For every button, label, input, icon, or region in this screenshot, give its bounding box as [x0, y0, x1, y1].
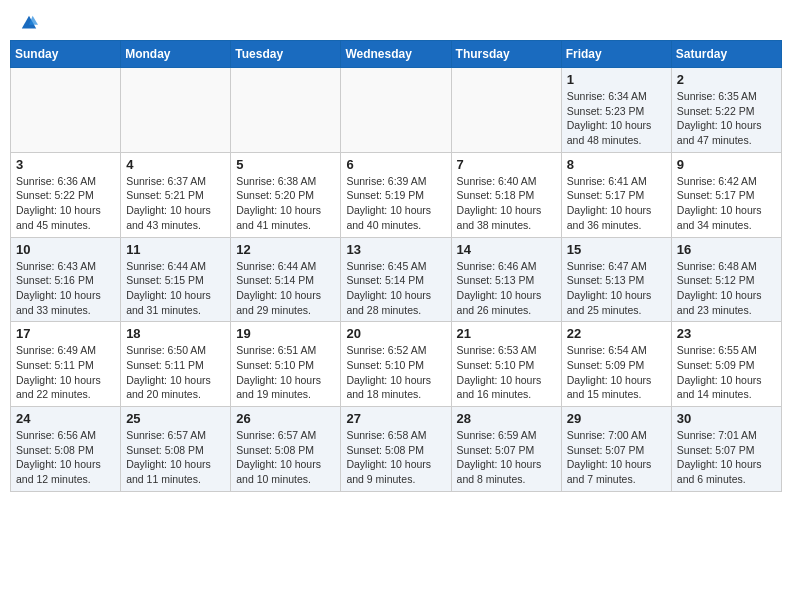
day-info: Sunrise: 6:46 AMSunset: 5:13 PMDaylight:…: [457, 259, 556, 318]
calendar-day-cell: 28Sunrise: 6:59 AMSunset: 5:07 PMDayligh…: [451, 407, 561, 492]
calendar-week-row: 3Sunrise: 6:36 AMSunset: 5:22 PMDaylight…: [11, 152, 782, 237]
day-info: Sunrise: 6:39 AMSunset: 5:19 PMDaylight:…: [346, 174, 445, 233]
day-number: 9: [677, 157, 776, 172]
day-info: Sunrise: 6:57 AMSunset: 5:08 PMDaylight:…: [126, 428, 225, 487]
day-info: Sunrise: 6:37 AMSunset: 5:21 PMDaylight:…: [126, 174, 225, 233]
day-info: Sunrise: 6:38 AMSunset: 5:20 PMDaylight:…: [236, 174, 335, 233]
calendar-week-row: 1Sunrise: 6:34 AMSunset: 5:23 PMDaylight…: [11, 68, 782, 153]
day-of-week-header: Saturday: [671, 41, 781, 68]
day-info: Sunrise: 6:35 AMSunset: 5:22 PMDaylight:…: [677, 89, 776, 148]
day-number: 25: [126, 411, 225, 426]
day-info: Sunrise: 6:43 AMSunset: 5:16 PMDaylight:…: [16, 259, 115, 318]
calendar-day-cell: 18Sunrise: 6:50 AMSunset: 5:11 PMDayligh…: [121, 322, 231, 407]
page-header: [10, 10, 782, 32]
day-number: 1: [567, 72, 666, 87]
day-number: 22: [567, 326, 666, 341]
day-info: Sunrise: 6:52 AMSunset: 5:10 PMDaylight:…: [346, 343, 445, 402]
calendar-day-cell: 19Sunrise: 6:51 AMSunset: 5:10 PMDayligh…: [231, 322, 341, 407]
day-number: 23: [677, 326, 776, 341]
day-info: Sunrise: 6:54 AMSunset: 5:09 PMDaylight:…: [567, 343, 666, 402]
day-of-week-header: Tuesday: [231, 41, 341, 68]
calendar-day-cell: 17Sunrise: 6:49 AMSunset: 5:11 PMDayligh…: [11, 322, 121, 407]
day-info: Sunrise: 6:40 AMSunset: 5:18 PMDaylight:…: [457, 174, 556, 233]
day-number: 2: [677, 72, 776, 87]
calendar-day-cell: 13Sunrise: 6:45 AMSunset: 5:14 PMDayligh…: [341, 237, 451, 322]
calendar-day-cell: 7Sunrise: 6:40 AMSunset: 5:18 PMDaylight…: [451, 152, 561, 237]
calendar-day-cell: 20Sunrise: 6:52 AMSunset: 5:10 PMDayligh…: [341, 322, 451, 407]
calendar-day-cell: 1Sunrise: 6:34 AMSunset: 5:23 PMDaylight…: [561, 68, 671, 153]
day-number: 11: [126, 242, 225, 257]
day-info: Sunrise: 6:47 AMSunset: 5:13 PMDaylight:…: [567, 259, 666, 318]
day-info: Sunrise: 7:00 AMSunset: 5:07 PMDaylight:…: [567, 428, 666, 487]
calendar-header-row: SundayMondayTuesdayWednesdayThursdayFrid…: [11, 41, 782, 68]
day-info: Sunrise: 6:45 AMSunset: 5:14 PMDaylight:…: [346, 259, 445, 318]
day-info: Sunrise: 7:01 AMSunset: 5:07 PMDaylight:…: [677, 428, 776, 487]
day-number: 21: [457, 326, 556, 341]
day-number: 10: [16, 242, 115, 257]
logo: [18, 14, 38, 28]
calendar-day-cell: 16Sunrise: 6:48 AMSunset: 5:12 PMDayligh…: [671, 237, 781, 322]
day-number: 7: [457, 157, 556, 172]
logo-icon: [20, 14, 38, 32]
day-number: 4: [126, 157, 225, 172]
day-info: Sunrise: 6:36 AMSunset: 5:22 PMDaylight:…: [16, 174, 115, 233]
calendar-day-cell: 26Sunrise: 6:57 AMSunset: 5:08 PMDayligh…: [231, 407, 341, 492]
calendar-day-cell: 5Sunrise: 6:38 AMSunset: 5:20 PMDaylight…: [231, 152, 341, 237]
calendar-day-cell: [121, 68, 231, 153]
calendar-week-row: 24Sunrise: 6:56 AMSunset: 5:08 PMDayligh…: [11, 407, 782, 492]
day-info: Sunrise: 6:58 AMSunset: 5:08 PMDaylight:…: [346, 428, 445, 487]
calendar-table: SundayMondayTuesdayWednesdayThursdayFrid…: [10, 40, 782, 492]
day-info: Sunrise: 6:34 AMSunset: 5:23 PMDaylight:…: [567, 89, 666, 148]
day-number: 8: [567, 157, 666, 172]
calendar-week-row: 17Sunrise: 6:49 AMSunset: 5:11 PMDayligh…: [11, 322, 782, 407]
day-of-week-header: Monday: [121, 41, 231, 68]
day-of-week-header: Friday: [561, 41, 671, 68]
day-number: 26: [236, 411, 335, 426]
calendar-day-cell: 11Sunrise: 6:44 AMSunset: 5:15 PMDayligh…: [121, 237, 231, 322]
day-number: 15: [567, 242, 666, 257]
day-number: 27: [346, 411, 445, 426]
calendar-day-cell: [231, 68, 341, 153]
day-number: 30: [677, 411, 776, 426]
day-number: 29: [567, 411, 666, 426]
calendar-day-cell: [341, 68, 451, 153]
day-info: Sunrise: 6:48 AMSunset: 5:12 PMDaylight:…: [677, 259, 776, 318]
day-of-week-header: Sunday: [11, 41, 121, 68]
calendar-day-cell: 24Sunrise: 6:56 AMSunset: 5:08 PMDayligh…: [11, 407, 121, 492]
day-number: 5: [236, 157, 335, 172]
calendar-day-cell: 27Sunrise: 6:58 AMSunset: 5:08 PMDayligh…: [341, 407, 451, 492]
day-number: 20: [346, 326, 445, 341]
calendar-day-cell: 29Sunrise: 7:00 AMSunset: 5:07 PMDayligh…: [561, 407, 671, 492]
day-info: Sunrise: 6:55 AMSunset: 5:09 PMDaylight:…: [677, 343, 776, 402]
day-number: 12: [236, 242, 335, 257]
day-info: Sunrise: 6:59 AMSunset: 5:07 PMDaylight:…: [457, 428, 556, 487]
day-info: Sunrise: 6:44 AMSunset: 5:14 PMDaylight:…: [236, 259, 335, 318]
day-number: 18: [126, 326, 225, 341]
day-info: Sunrise: 6:50 AMSunset: 5:11 PMDaylight:…: [126, 343, 225, 402]
day-number: 24: [16, 411, 115, 426]
calendar-day-cell: 8Sunrise: 6:41 AMSunset: 5:17 PMDaylight…: [561, 152, 671, 237]
day-info: Sunrise: 6:53 AMSunset: 5:10 PMDaylight:…: [457, 343, 556, 402]
day-info: Sunrise: 6:51 AMSunset: 5:10 PMDaylight:…: [236, 343, 335, 402]
calendar-day-cell: 3Sunrise: 6:36 AMSunset: 5:22 PMDaylight…: [11, 152, 121, 237]
day-of-week-header: Thursday: [451, 41, 561, 68]
day-info: Sunrise: 6:49 AMSunset: 5:11 PMDaylight:…: [16, 343, 115, 402]
calendar-week-row: 10Sunrise: 6:43 AMSunset: 5:16 PMDayligh…: [11, 237, 782, 322]
day-number: 6: [346, 157, 445, 172]
day-number: 28: [457, 411, 556, 426]
day-of-week-header: Wednesday: [341, 41, 451, 68]
calendar-day-cell: 9Sunrise: 6:42 AMSunset: 5:17 PMDaylight…: [671, 152, 781, 237]
day-number: 3: [16, 157, 115, 172]
calendar-day-cell: 2Sunrise: 6:35 AMSunset: 5:22 PMDaylight…: [671, 68, 781, 153]
calendar-day-cell: 15Sunrise: 6:47 AMSunset: 5:13 PMDayligh…: [561, 237, 671, 322]
calendar-day-cell: 30Sunrise: 7:01 AMSunset: 5:07 PMDayligh…: [671, 407, 781, 492]
calendar-day-cell: 10Sunrise: 6:43 AMSunset: 5:16 PMDayligh…: [11, 237, 121, 322]
calendar-day-cell: 25Sunrise: 6:57 AMSunset: 5:08 PMDayligh…: [121, 407, 231, 492]
day-info: Sunrise: 6:44 AMSunset: 5:15 PMDaylight:…: [126, 259, 225, 318]
day-info: Sunrise: 6:42 AMSunset: 5:17 PMDaylight:…: [677, 174, 776, 233]
calendar-day-cell: 22Sunrise: 6:54 AMSunset: 5:09 PMDayligh…: [561, 322, 671, 407]
day-info: Sunrise: 6:57 AMSunset: 5:08 PMDaylight:…: [236, 428, 335, 487]
calendar-day-cell: 6Sunrise: 6:39 AMSunset: 5:19 PMDaylight…: [341, 152, 451, 237]
day-number: 17: [16, 326, 115, 341]
day-number: 14: [457, 242, 556, 257]
